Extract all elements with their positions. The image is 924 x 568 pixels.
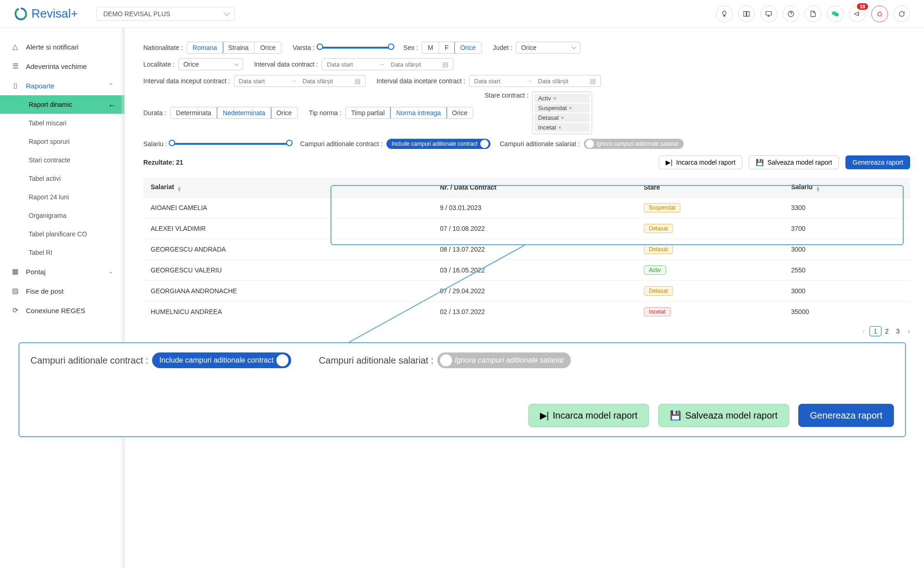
page-next[interactable]: › — [908, 327, 910, 335]
seg-norma-opt-timp partial[interactable]: Timp partial — [346, 107, 391, 118]
seg-nat-opt-straina[interactable]: Straina — [223, 42, 255, 53]
sidebar-item-conexiune[interactable]: ⟳Conexiune REGES — [0, 301, 124, 320]
seg-dur-opt-nedeterminata[interactable]: Nedeterminata — [217, 107, 271, 119]
save-model-button[interactable]: 💾Salveaza model raport — [749, 155, 839, 169]
grid-icon: ▦ — [11, 267, 19, 276]
sidebar-item-fise[interactable]: ▤Fise de post — [0, 281, 124, 301]
cell-salariat: ALEXEI VLADIMIR — [143, 218, 433, 239]
status-badge: Activ — [644, 265, 666, 275]
page-1[interactable]: 1 — [869, 326, 881, 336]
col-stare[interactable]: Stare — [636, 178, 784, 198]
sidebar-sub-raport-24-luni[interactable]: Raport 24 luni — [0, 188, 124, 206]
varsta-slider[interactable] — [318, 47, 392, 49]
sidebar-item-alerte[interactable]: △Alerte si notificari — [0, 37, 124, 56]
page-3[interactable]: 3 — [893, 327, 904, 336]
sidebar-sub-tabel-ri[interactable]: Tabel RI — [0, 243, 124, 262]
seg-norma-opt-norma intreaga[interactable]: Norma intreaga — [390, 107, 447, 119]
status-badge: Suspendat — [644, 203, 680, 212]
stare-tag-incetat[interactable]: Incetat × — [534, 123, 590, 132]
table-row[interactable]: GEORGESCU ANDRADA08 / 13.07.2022Detasat3… — [143, 239, 910, 260]
tag-remove-icon[interactable]: × — [553, 95, 557, 102]
zoom-campuri-salariat-toggle[interactable]: Ignora campuri aditionale salariat — [437, 352, 571, 368]
date-start-input[interactable] — [474, 78, 520, 85]
file-icon[interactable] — [805, 6, 821, 22]
col-salariat[interactable]: Salariat▲▼ — [143, 178, 433, 198]
zoom-load-button[interactable]: ▶|Incarca model raport — [528, 404, 649, 427]
bug-icon[interactable] — [871, 6, 888, 22]
durata-seg[interactable]: DeterminataNedeterminataOrice — [170, 107, 298, 119]
sidebar-sub-stari-contracte[interactable]: Stari contracte — [0, 151, 124, 169]
sidebar-sub-tabel-activi[interactable]: Tabel activi — [0, 169, 124, 188]
page-2[interactable]: 2 — [881, 327, 893, 336]
refresh-icon[interactable] — [893, 6, 910, 22]
monitor-icon[interactable] — [760, 6, 777, 22]
campuri-contract-toggle[interactable]: Include campuri aditionale contract — [386, 139, 490, 149]
judet-select[interactable]: Orice — [516, 42, 581, 54]
date-end-input[interactable] — [391, 61, 437, 68]
interval-inceput-range[interactable]: → ▤ — [234, 75, 366, 87]
generate-report-button[interactable]: Genereaza raport — [845, 155, 910, 169]
load-model-button[interactable]: ▶|Incarca model raport — [659, 155, 742, 169]
cell-nr-data: 03 / 16.05.2022 — [433, 260, 636, 281]
tag-remove-icon[interactable]: × — [558, 124, 562, 131]
seg-nat-opt-orice[interactable]: Orice — [255, 42, 281, 53]
tag-remove-icon[interactable]: × — [569, 105, 572, 111]
book-icon[interactable] — [738, 6, 755, 22]
sidebar-sub-tabel-planificare-co[interactable]: Tabel planificare CO — [0, 225, 124, 243]
campuri-salariat-toggle[interactable]: Ignora campuri aditionale salariat — [584, 139, 684, 149]
sidebar-item-pontaj[interactable]: ▦Pontaj⌄ — [0, 262, 124, 281]
date-end-input[interactable] — [303, 78, 349, 85]
seg-nat-opt-romana[interactable]: Romana — [187, 42, 223, 54]
tag-remove-icon[interactable]: × — [561, 114, 564, 121]
seg-dur-opt-orice[interactable]: Orice — [271, 107, 297, 118]
table-row[interactable]: ALEXEI VLADIMIR07 / 10.08.2022Detasat370… — [143, 218, 910, 239]
table-row[interactable]: GEORGIANA ANDRONACHE07 / 29.04.2022Detas… — [143, 281, 910, 302]
zoom-campuri-contract-toggle[interactable]: Include campuri aditionale contract — [152, 352, 291, 368]
seg-norma-opt-orice[interactable]: Orice — [447, 107, 473, 118]
seg-sex-opt-orice[interactable]: Orice — [454, 42, 482, 54]
zoom-generate-button[interactable]: Genereaza raport — [798, 404, 894, 427]
help-icon[interactable] — [783, 6, 799, 22]
stare-tag-suspendat[interactable]: Suspendat × — [534, 104, 590, 112]
date-end-input[interactable] — [538, 78, 584, 85]
sidebar-item-rapoarte[interactable]: ▯Rapoarte⌃ — [0, 76, 124, 95]
bulb-icon[interactable] — [716, 6, 733, 22]
tenant-selector[interactable]: DEMO REVISAL PLUS — [96, 7, 235, 21]
salariu-slider[interactable] — [171, 143, 291, 145]
cell-salariu: 3000 — [783, 281, 910, 302]
stare-tag-detasat[interactable]: Detasat × — [534, 113, 590, 122]
seg-sex-opt-f[interactable]: F — [439, 42, 455, 53]
date-start-input[interactable] — [327, 61, 373, 68]
announce-icon[interactable]: 18 — [849, 6, 866, 22]
cell-salariat: HUMELNICU ANDREEA — [143, 302, 433, 322]
col-salariu[interactable]: Salariu▲▼ — [783, 178, 910, 198]
seg-sex-opt-m[interactable]: M — [422, 42, 439, 53]
table-row[interactable]: AIOANEI CAMELIA9 / 03.01.2023Suspendat33… — [143, 198, 910, 218]
sidebar-item-adeverinta[interactable]: ☰Adeverinta vechime — [0, 56, 124, 76]
sidebar-sub-raport-sporuri[interactable]: Raport sporuri — [0, 132, 124, 151]
zoom-save-button[interactable]: 💾Salveaza model raport — [658, 404, 789, 427]
wechat-icon[interactable] — [827, 6, 844, 22]
status-badge: Detasat — [644, 224, 673, 233]
alert-icon: △ — [11, 43, 19, 51]
interval-contract-range[interactable]: → ▤ — [322, 58, 453, 70]
page-prev[interactable]: ‹ — [863, 327, 865, 335]
localitate-select[interactable]: Orice — [178, 58, 243, 70]
stare-tags[interactable]: Activ ×Suspendat ×Detasat ×Incetat × — [532, 92, 592, 134]
sex-seg[interactable]: MFOrice — [422, 42, 482, 54]
table-row[interactable]: HUMELNICU ANDREEA02 / 13.07.2022Incetat3… — [143, 302, 910, 322]
stare-tag-activ[interactable]: Activ × — [534, 94, 590, 103]
col-nr-data-contract[interactable]: Nr. / Data Contract — [433, 178, 636, 198]
interval-incetare-range[interactable]: → ▤ — [469, 75, 601, 87]
sidebar-sub-organigrama[interactable]: Organigrama — [0, 206, 124, 225]
date-start-input[interactable] — [239, 78, 285, 85]
sidebar-sub-tabel-miscari[interactable]: Tabel miscari — [0, 114, 124, 132]
seg-dur-opt-determinata[interactable]: Determinata — [171, 107, 217, 118]
cell-stare: Suspendat — [636, 198, 784, 218]
tip-norma-seg[interactable]: Timp partialNorma intreagaOrice — [345, 107, 474, 119]
play-icon: ▶| — [666, 159, 673, 166]
sidebar-sub-raport-dinamic[interactable]: Raport dinamic — [0, 95, 124, 114]
table-row[interactable]: GEORGESCU VALERIU03 / 16.05.2022Activ255… — [143, 260, 910, 281]
cell-salariu: 3700 — [783, 218, 910, 239]
nationalitate-seg[interactable]: RomanaStrainaOrice — [187, 42, 282, 54]
